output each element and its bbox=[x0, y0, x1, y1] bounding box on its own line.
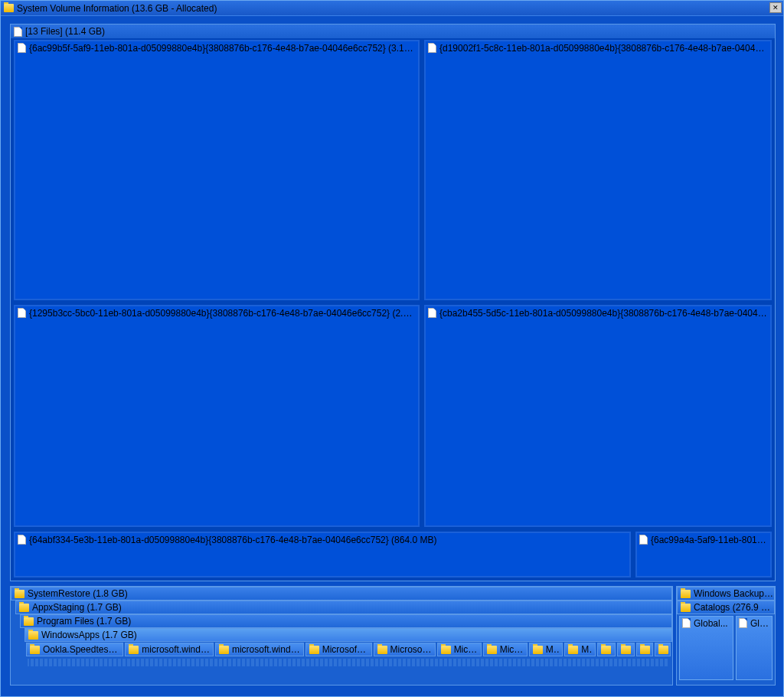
folder-label: SystemRestore (1.8 GB) bbox=[28, 588, 128, 599]
file-icon bbox=[14, 27, 22, 37]
folder-icon bbox=[219, 646, 229, 654]
files-group-header: [13 Files] (11.4 GB) bbox=[11, 25, 775, 38]
file-icon bbox=[428, 43, 436, 53]
file-block[interactable]: {64abf334-5e3b-11eb-801a-d05099880e4b}{3… bbox=[14, 532, 631, 578]
folder-label: Catalogs (276.9 MB) bbox=[694, 602, 774, 613]
file-icon bbox=[639, 535, 648, 545]
app-chip-label: Mi... bbox=[546, 644, 560, 655]
folder-icon bbox=[681, 590, 691, 598]
catalog-item[interactable]: Global... bbox=[679, 616, 733, 680]
folder-icon bbox=[129, 646, 139, 654]
file-block[interactable]: {6ac99a4a-5af9-11eb-801a-d0... bbox=[635, 532, 772, 578]
windows-backup-frame[interactable]: Windows Backup (2... Catalogs (276.9 MB)… bbox=[676, 586, 776, 686]
app-chip[interactable]: microsoft.window... bbox=[125, 643, 214, 656]
catalog-item[interactable]: Glo... bbox=[736, 616, 773, 680]
close-button[interactable]: ✕ bbox=[769, 2, 782, 13]
app-chip[interactable]: M bbox=[617, 643, 635, 656]
app-chip[interactable]: Mi... bbox=[529, 643, 564, 656]
app-chip[interactable]: microsoft.windo... bbox=[215, 643, 304, 656]
window: System Volume Information (13.6 GB - All… bbox=[0, 0, 784, 697]
folder-label: Program Files (1.7 GB) bbox=[37, 616, 131, 627]
more-apps-indicator bbox=[28, 659, 669, 666]
app-chip[interactable]: Micr... bbox=[437, 643, 482, 656]
file-name: {64abf334-5e3b-11eb-801a-d05099880e4b}{3… bbox=[29, 535, 627, 545]
folder-icon bbox=[19, 604, 29, 612]
app-chip[interactable]: Microsof... bbox=[374, 643, 436, 656]
folder-icon bbox=[640, 646, 650, 654]
files-group-label: [13 Files] (11.4 GB) bbox=[25, 26, 105, 37]
folder-icon bbox=[28, 631, 38, 640]
file-icon bbox=[18, 535, 26, 545]
app-chip-label: Micr... bbox=[500, 644, 524, 655]
folder-label: Windows Backup (2... bbox=[694, 588, 774, 599]
file-name: {cba2b455-5d5c-11eb-801a-d05099880e4b}{3… bbox=[439, 308, 768, 319]
folder-row-programfiles[interactable]: Program Files (1.7 GB) bbox=[20, 614, 672, 628]
app-chip[interactable]: r bbox=[655, 643, 671, 656]
app-chip[interactable]: Micr... bbox=[483, 643, 528, 656]
folder-icon bbox=[533, 646, 543, 654]
folder-row-windowsapps[interactable]: WindowsApps (1.7 GB) bbox=[24, 628, 672, 642]
app-chip[interactable]: Microsoft.... bbox=[305, 643, 372, 656]
app-chip-label: microsoft.window... bbox=[142, 644, 210, 655]
folder-icon bbox=[441, 646, 451, 654]
app-chip[interactable]: M bbox=[597, 643, 615, 656]
window-title: System Volume Information (13.6 GB - All… bbox=[17, 3, 217, 14]
folder-icon bbox=[15, 590, 24, 598]
apps-row: Ookla.Speedtestb...microsoft.window...mi… bbox=[24, 642, 672, 657]
folder-icon bbox=[681, 604, 691, 612]
app-chip-label: microsoft.windo... bbox=[232, 644, 300, 655]
app-chip-label: Ookla.Speedtestb... bbox=[43, 644, 119, 655]
files-group-frame[interactable]: [13 Files] (11.4 GB) {6ac99b5f-5af9-11eb… bbox=[10, 24, 776, 581]
file-block[interactable]: {d19002f1-5c8c-11eb-801a-d05099880e4b}{3… bbox=[424, 40, 772, 300]
folder-label: WindowsApps (1.7 GB) bbox=[41, 630, 137, 640]
file-name: {6ac99b5f-5af9-11eb-801a-d05099880e4b}{3… bbox=[29, 43, 416, 54]
folder-icon bbox=[377, 646, 387, 654]
folder-row-appxstaging[interactable]: AppxStaging (1.7 GB) bbox=[15, 600, 672, 614]
catalog-item-label: Glo... bbox=[750, 618, 769, 629]
file-icon bbox=[428, 308, 436, 318]
file-icon bbox=[18, 43, 26, 53]
app-chip-label: Microsof... bbox=[390, 644, 432, 655]
file-block[interactable]: {6ac99b5f-5af9-11eb-801a-d05099880e4b}{3… bbox=[14, 40, 420, 300]
folder-icon bbox=[30, 646, 40, 654]
folder-label: AppxStaging (1.7 GB) bbox=[32, 602, 122, 613]
system-restore-frame[interactable]: SystemRestore (1.8 GB) AppxStaging (1.7 … bbox=[10, 586, 673, 686]
file-name: {6ac99a4a-5af9-11eb-801a-d0... bbox=[651, 535, 768, 545]
file-name: {d19002f1-5c8c-11eb-801a-d05099880e4b}{3… bbox=[439, 43, 768, 54]
app-chip-label: M... bbox=[581, 644, 592, 655]
folder-icon bbox=[601, 646, 611, 654]
app-chip[interactable]: M... bbox=[564, 643, 596, 656]
titlebar: System Volume Information (13.6 GB - All… bbox=[1, 1, 783, 16]
app-chip[interactable]: N bbox=[636, 643, 653, 656]
folder-row-systemrestore[interactable]: SystemRestore (1.8 GB) bbox=[11, 587, 672, 600]
app-chip-label: Microsoft.... bbox=[322, 644, 368, 655]
folder-row-catalogs[interactable]: Catalogs (276.9 MB) bbox=[677, 600, 775, 614]
file-block[interactable]: {1295b3cc-5bc0-11eb-801a-d05099880e4b}{3… bbox=[14, 305, 420, 527]
file-icon bbox=[682, 618, 691, 628]
file-icon bbox=[18, 308, 26, 318]
app-chip-label: Micr... bbox=[454, 644, 478, 655]
folder-row-windowsbackup[interactable]: Windows Backup (2... bbox=[677, 587, 775, 600]
folder-icon bbox=[4, 4, 14, 12]
folder-icon bbox=[309, 646, 319, 654]
catalog-item-label: Global... bbox=[694, 618, 730, 629]
folder-icon bbox=[621, 646, 631, 654]
file-icon bbox=[739, 618, 747, 628]
folder-icon bbox=[487, 646, 497, 654]
file-block[interactable]: {cba2b455-5d5c-11eb-801a-d05099880e4b}{3… bbox=[424, 305, 772, 527]
folder-icon bbox=[568, 646, 578, 654]
file-name: {1295b3cc-5bc0-11eb-801a-d05099880e4b}{3… bbox=[29, 308, 416, 319]
folder-icon bbox=[658, 646, 668, 654]
folder-icon bbox=[24, 617, 34, 626]
app-chip[interactable]: Ookla.Speedtestb... bbox=[26, 643, 123, 656]
